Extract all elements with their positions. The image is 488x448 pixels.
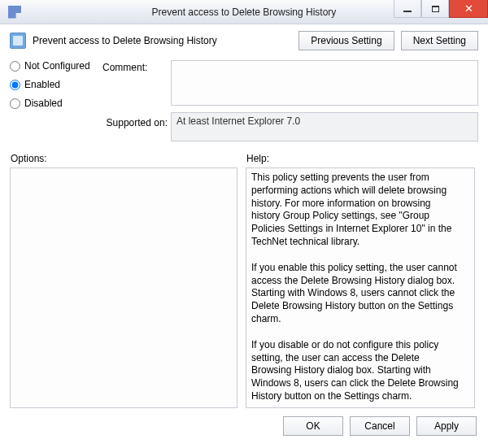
ok-button[interactable]: OK (283, 416, 343, 436)
radio-label: Disabled (24, 98, 63, 109)
supported-on-label: Supported on: (102, 112, 168, 128)
window-controls: ✕ (394, 0, 488, 24)
radio-disabled-input[interactable] (10, 98, 20, 109)
radio-disabled[interactable]: Disabled (10, 98, 99, 109)
previous-setting-button[interactable]: Previous Setting (298, 31, 394, 50)
apply-button[interactable]: Apply (416, 416, 477, 436)
help-label: Help: (246, 153, 475, 164)
cancel-button[interactable]: Cancel (350, 416, 410, 436)
state-radio-group: Not Configured Enabled Disabled (10, 60, 99, 109)
radio-enabled[interactable]: Enabled (10, 79, 99, 90)
radio-not-configured[interactable]: Not Configured (10, 60, 99, 72)
radio-label: Enabled (24, 79, 60, 90)
next-setting-button[interactable]: Next Setting (401, 31, 478, 50)
comment-label: Comment: (102, 60, 168, 73)
policy-icon (10, 33, 26, 49)
window-icon (8, 6, 21, 19)
title-bar[interactable]: Prevent access to Delete Browsing Histor… (0, 0, 488, 24)
radio-not-configured-input[interactable] (10, 61, 20, 72)
options-panel (10, 167, 237, 408)
radio-enabled-input[interactable] (10, 80, 20, 90)
maximize-button[interactable] (421, 0, 449, 18)
help-panel[interactable]: This policy setting prevents the user fr… (246, 167, 475, 408)
supported-on-field (171, 112, 478, 141)
comment-input[interactable] (171, 60, 478, 106)
close-button[interactable]: ✕ (449, 0, 488, 18)
minimize-button[interactable] (394, 0, 421, 18)
policy-title: Prevent access to Delete Browsing Histor… (33, 35, 292, 46)
options-label: Options: (11, 153, 237, 164)
radio-label: Not Configured (24, 60, 90, 72)
